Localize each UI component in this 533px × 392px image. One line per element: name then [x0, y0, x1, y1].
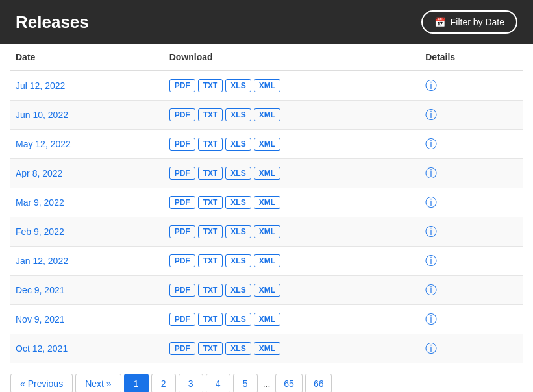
table-row: May 12, 2022PDFTXTXLSXMLⓘ [10, 130, 523, 159]
download-btn-pdf[interactable]: PDF [169, 196, 195, 209]
page-title: Releases [16, 12, 89, 32]
info-icon[interactable]: ⓘ [425, 108, 437, 121]
download-btn-xml[interactable]: XML [254, 225, 280, 238]
date-cell: May 12, 2022 [10, 130, 164, 159]
date-link[interactable]: Dec 9, 2021 [16, 285, 65, 295]
info-icon[interactable]: ⓘ [425, 196, 437, 209]
filter-by-date-button[interactable]: 📅 Filter by Date [421, 10, 517, 34]
download-btn-xls[interactable]: XLS [225, 138, 251, 151]
download-btn-pdf[interactable]: PDF [169, 313, 195, 326]
download-btn-txt[interactable]: TXT [198, 138, 223, 151]
date-link[interactable]: Oct 12, 2021 [16, 343, 68, 354]
download-btn-pdf[interactable]: PDF [169, 342, 195, 355]
date-link[interactable]: Nov 9, 2021 [16, 314, 65, 325]
download-btn-pdf[interactable]: PDF [169, 225, 195, 238]
download-btn-xml[interactable]: XML [254, 79, 280, 92]
info-icon[interactable]: ⓘ [425, 284, 437, 297]
details-cell: ⓘ [420, 305, 523, 334]
page-button-5[interactable]: 5 [233, 374, 258, 392]
next-button[interactable]: Next » [75, 374, 121, 392]
download-btn-txt[interactable]: TXT [198, 79, 223, 92]
download-btn-xls[interactable]: XLS [225, 254, 251, 267]
table-row: Apr 8, 2022PDFTXTXLSXMLⓘ [10, 159, 523, 188]
page-button-3[interactable]: 3 [179, 374, 203, 392]
download-cell: PDFTXTXLSXML [164, 334, 421, 363]
page-button-4[interactable]: 4 [206, 374, 230, 392]
pagination-ellipsis: ... [260, 374, 273, 392]
table-row: Mar 9, 2022PDFTXTXLSXMLⓘ [10, 188, 523, 217]
filter-btn-label: Filter by Date [451, 17, 504, 27]
prev-button[interactable]: « Previous [10, 374, 73, 392]
download-btn-xls[interactable]: XLS [225, 167, 251, 180]
page-button-66[interactable]: 66 [305, 374, 332, 392]
date-link[interactable]: Jan 12, 2022 [16, 256, 68, 266]
details-cell: ⓘ [420, 71, 523, 101]
download-btn-xls[interactable]: XLS [225, 108, 251, 121]
download-btn-xls[interactable]: XLS [225, 225, 251, 238]
download-btn-xml[interactable]: XML [254, 313, 280, 326]
download-btn-txt[interactable]: TXT [198, 284, 223, 297]
releases-table-container: Date Download Details Jul 12, 2022PDFTXT… [0, 44, 533, 363]
download-btn-xml[interactable]: XML [254, 138, 280, 151]
table-row: Nov 9, 2021PDFTXTXLSXMLⓘ [10, 305, 523, 334]
page-button-1[interactable]: 1 [124, 374, 149, 392]
date-cell: Oct 12, 2021 [10, 334, 164, 363]
download-btn-xls[interactable]: XLS [225, 313, 251, 326]
info-icon[interactable]: ⓘ [425, 138, 437, 151]
download-btn-txt[interactable]: TXT [198, 313, 223, 326]
download-buttons-group: PDFTXTXLSXML [169, 108, 415, 121]
download-btn-pdf[interactable]: PDF [169, 108, 195, 121]
info-icon[interactable]: ⓘ [425, 167, 437, 180]
date-link[interactable]: Apr 8, 2022 [16, 168, 62, 178]
date-link[interactable]: Jul 12, 2022 [16, 80, 65, 91]
download-btn-xml[interactable]: XML [254, 108, 280, 121]
download-buttons-group: PDFTXTXLSXML [169, 79, 415, 92]
info-icon[interactable]: ⓘ [425, 225, 437, 238]
page-button-2[interactable]: 2 [151, 374, 176, 392]
download-cell: PDFTXTXLSXML [164, 188, 421, 217]
download-btn-txt[interactable]: TXT [198, 167, 223, 180]
download-btn-txt[interactable]: TXT [198, 108, 223, 121]
download-btn-txt[interactable]: TXT [198, 342, 223, 355]
download-btn-xml[interactable]: XML [254, 254, 280, 267]
download-btn-xls[interactable]: XLS [225, 79, 251, 92]
download-btn-xls[interactable]: XLS [225, 284, 251, 297]
download-btn-pdf[interactable]: PDF [169, 79, 195, 92]
download-btn-pdf[interactable]: PDF [169, 138, 195, 151]
table-row: Jan 12, 2022PDFTXTXLSXMLⓘ [10, 247, 523, 276]
info-icon[interactable]: ⓘ [425, 313, 437, 326]
date-link[interactable]: Jun 10, 2022 [16, 110, 68, 120]
table-row: Oct 12, 2021PDFTXTXLSXMLⓘ [10, 334, 523, 363]
download-btn-txt[interactable]: TXT [198, 196, 223, 209]
download-btn-xml[interactable]: XML [254, 167, 280, 180]
info-icon[interactable]: ⓘ [425, 342, 437, 355]
download-buttons-group: PDFTXTXLSXML [169, 284, 415, 297]
pagination: « Previous Next » 1 2 3 4 5 ... 65 66 [0, 363, 533, 392]
download-cell: PDFTXTXLSXML [164, 71, 421, 101]
date-link[interactable]: Feb 9, 2022 [16, 227, 64, 237]
download-btn-pdf[interactable]: PDF [169, 284, 195, 297]
download-btn-xls[interactable]: XLS [225, 342, 251, 355]
download-btn-pdf[interactable]: PDF [169, 167, 195, 180]
details-cell: ⓘ [420, 217, 523, 247]
date-cell: Jul 12, 2022 [10, 71, 164, 101]
download-btn-xml[interactable]: XML [254, 342, 280, 355]
download-btn-xml[interactable]: XML [254, 196, 280, 209]
details-cell: ⓘ [420, 276, 523, 305]
details-cell: ⓘ [420, 334, 523, 363]
download-btn-txt[interactable]: TXT [198, 254, 223, 267]
date-link[interactable]: May 12, 2022 [16, 139, 71, 149]
date-cell: Feb 9, 2022 [10, 217, 164, 247]
download-cell: PDFTXTXLSXML [164, 217, 421, 247]
table-row: Jul 12, 2022PDFTXTXLSXMLⓘ [10, 71, 523, 101]
page-button-65[interactable]: 65 [275, 374, 303, 392]
info-icon[interactable]: ⓘ [425, 254, 437, 267]
download-btn-xml[interactable]: XML [254, 284, 280, 297]
download-cell: PDFTXTXLSXML [164, 159, 421, 188]
date-cell: Jun 10, 2022 [10, 101, 164, 130]
download-btn-pdf[interactable]: PDF [169, 254, 195, 267]
date-link[interactable]: Mar 9, 2022 [16, 197, 64, 208]
download-btn-txt[interactable]: TXT [198, 225, 223, 238]
info-icon[interactable]: ⓘ [425, 79, 437, 92]
download-btn-xls[interactable]: XLS [225, 196, 251, 209]
